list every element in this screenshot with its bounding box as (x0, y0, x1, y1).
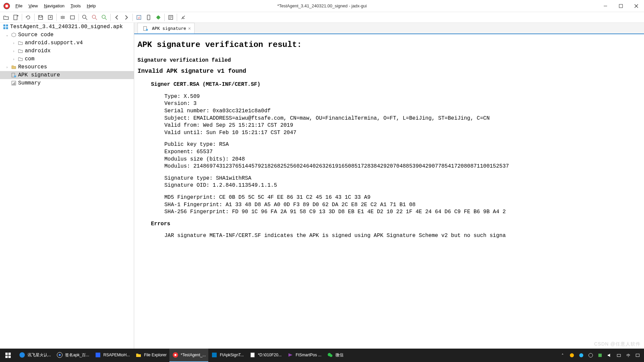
save-icon[interactable] (36, 13, 45, 22)
tree-resources[interactable]: › Resources (0, 63, 134, 71)
spark-icon (19, 352, 25, 358)
search-icon[interactable] (80, 13, 90, 22)
vs-icon (287, 352, 294, 358)
close-button[interactable] (629, 0, 644, 12)
tray-app-icon[interactable] (597, 352, 603, 358)
network-icon[interactable] (616, 352, 622, 358)
log-icon[interactable] (166, 13, 175, 22)
tab-apk-signature[interactable]: APK signature × (138, 23, 195, 34)
tray-app-icon[interactable] (569, 352, 575, 358)
svg-point-38 (146, 29, 148, 31)
menu-file[interactable]: FFileile (13, 2, 25, 10)
notepad-icon (249, 352, 256, 358)
open-folder-icon[interactable] (1, 13, 11, 22)
expand-icon[interactable] (58, 13, 67, 22)
svg-line-14 (95, 18, 97, 20)
tree-summary[interactable]: Summary (0, 79, 134, 87)
tree-apk-signature[interactable]: APK signature (0, 71, 134, 79)
tree-androidx[interactable]: › androidx (0, 47, 134, 55)
svg-rect-28 (6, 24, 8, 26)
signature-result[interactable]: APK signature verification result: Signa… (134, 34, 644, 349)
tab-bar: APK signature × (134, 23, 644, 34)
cert-valid-until: Valid until: Sun Feb 10 15:21:17 CST 204… (164, 129, 641, 137)
close-tab-icon[interactable]: × (188, 26, 191, 31)
notifications-icon[interactable] (635, 352, 641, 358)
task-item-active[interactable]: *TestAgent_... (169, 349, 209, 362)
tray-app-icon[interactable] (588, 352, 594, 358)
search-forward-icon[interactable] (100, 13, 109, 22)
main: TestAgent_3.41_240321.00_signed.apk ⌄ So… (0, 23, 644, 349)
tool-quark-icon[interactable] (144, 13, 153, 22)
ime-icon[interactable]: 中 (625, 352, 631, 358)
tree-android-support[interactable]: › android.support.v4 (0, 39, 134, 47)
expand-toggle-icon[interactable]: › (11, 57, 16, 61)
folder-icon (17, 48, 23, 54)
tree-label: Source code (18, 32, 54, 38)
result-heading: APK signature verification result: (138, 40, 641, 50)
expand-toggle-icon[interactable]: › (5, 65, 9, 69)
folder-icon (17, 56, 23, 62)
svg-point-11 (83, 15, 86, 18)
task-item[interactable]: File Explorer (132, 349, 169, 362)
taskbar[interactable]: 讯飞星火认... 签名apk_百... RSAPEMtoH... File Ex… (0, 349, 644, 362)
search-back-icon[interactable] (90, 13, 99, 22)
collapse-toggle-icon[interactable]: ⌄ (5, 33, 9, 37)
task-item[interactable]: 讯飞星火认... (16, 349, 54, 362)
menu-navigation[interactable]: NavigationNavigation (41, 2, 67, 10)
task-item[interactable]: 签名apk_百... (54, 349, 92, 362)
cert-serial: Serial number: 0xa03cc321e1c8a0df (164, 108, 641, 115)
volume-icon[interactable] (606, 352, 612, 358)
menu-help[interactable]: HelpHelp (84, 2, 99, 10)
minimize-button[interactable] (598, 0, 613, 12)
svg-line-12 (86, 18, 87, 20)
project-tree[interactable]: TestAgent_3.41_240321.00_signed.apk ⌄ So… (0, 23, 134, 349)
tree-root[interactable]: TestAgent_3.41_240321.00_signed.apk (0, 23, 134, 31)
svg-rect-39 (5, 353, 8, 355)
content-pane: APK signature × APK signature verificati… (134, 23, 644, 349)
chevron-up-icon[interactable]: ˄ (559, 352, 566, 358)
maximize-button[interactable] (613, 0, 629, 12)
tool-deobf-icon[interactable]: d (134, 13, 144, 22)
system-tray[interactable]: ˄ 中 (559, 352, 644, 358)
signer-label: Signer CERT.RSA (META-INF/CERT.SF) (151, 81, 260, 87)
pk-exponent: Exponent: 65537 (164, 148, 641, 156)
nav-back-icon[interactable] (112, 13, 121, 22)
pk-mod-size: Modulus size (bits): 2048 (164, 156, 641, 163)
expand-toggle-icon[interactable]: › (11, 49, 16, 53)
svg-rect-46 (96, 353, 100, 357)
svg-point-32 (14, 75, 16, 77)
settings-icon[interactable] (178, 13, 188, 22)
task-item[interactable]: FtSmartPos ... (284, 349, 324, 362)
svg-point-55 (589, 353, 593, 357)
start-button[interactable] (0, 349, 16, 362)
task-item[interactable]: 微信 (324, 349, 346, 362)
menu-view[interactable]: ViewView (26, 2, 41, 10)
svg-rect-40 (8, 353, 11, 355)
expand-toggle-icon[interactable]: › (11, 41, 16, 45)
menu-tools[interactable]: ToolsTools (68, 2, 83, 10)
task-item[interactable]: RSAPEMtoH... (92, 349, 132, 362)
svg-text:d: d (138, 16, 140, 19)
collapse-icon[interactable] (68, 13, 77, 22)
nav-forward-icon[interactable] (122, 13, 131, 22)
package-icon (11, 32, 17, 38)
tree-com[interactable]: › com (0, 55, 134, 63)
tree-label: androidx (25, 48, 51, 54)
tree-label: Summary (18, 80, 41, 86)
pk-modulus: Modulus: 2148697431237651445792182682525… (164, 163, 641, 170)
task-item[interactable]: *D:\010F20... (247, 349, 284, 362)
svg-point-54 (579, 353, 583, 357)
refresh-icon[interactable] (23, 13, 33, 22)
cert-type: Type: X.509 (164, 93, 641, 101)
export-icon[interactable] (46, 13, 55, 22)
cert-version: Version: 3 (164, 100, 641, 108)
wechat-icon (327, 352, 333, 358)
tree-source-code[interactable]: ⌄ Source code (0, 31, 134, 39)
svg-rect-27 (3, 24, 5, 26)
task-item[interactable]: FtApkSignT... (208, 349, 246, 362)
add-file-icon[interactable] (11, 13, 20, 22)
tray-app-icon[interactable] (578, 352, 584, 358)
tab-label: APK signature (152, 26, 186, 31)
svg-rect-35 (13, 83, 14, 85)
tool-debug-icon[interactable] (154, 13, 163, 22)
